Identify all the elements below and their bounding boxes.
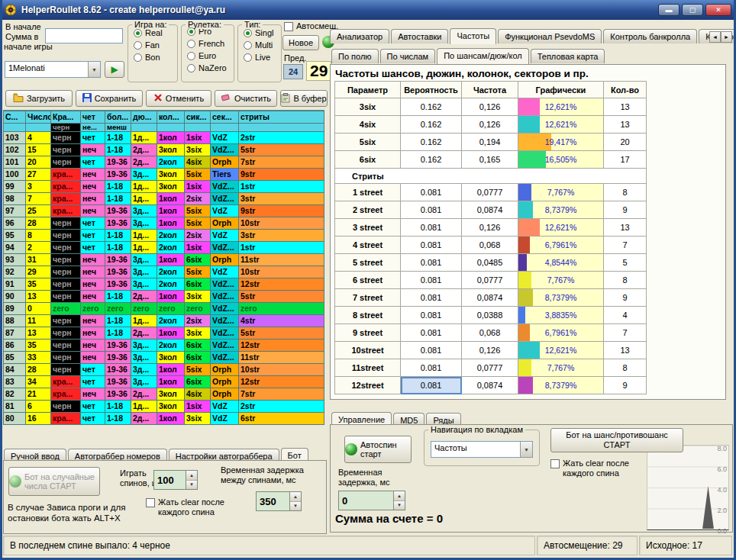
titlebar[interactable]: HelperRoullet 8.62 - create helperroulle…	[0, 0, 736, 20]
history-cell[interactable]: 7	[26, 193, 51, 205]
history-cell[interactable]: 84	[4, 364, 26, 376]
history-cell[interactable]: Orph	[211, 254, 239, 266]
freq-frequency-cell[interactable]: 0,126	[462, 219, 518, 237]
freq-count-cell[interactable]: 9	[604, 377, 647, 394]
history-cell[interactable]: неч	[81, 388, 105, 401]
history-cell[interactable]: Orph	[211, 217, 239, 230]
history-cell[interactable]: черн	[51, 315, 81, 327]
history-cell[interactable]: 1-18	[105, 291, 131, 303]
main-tab-2[interactable]: Частоты	[450, 28, 496, 44]
freq-bar-cell[interactable]: 12,621%	[518, 116, 604, 134]
history-cell[interactable]: 3д...	[131, 169, 157, 181]
history-cell[interactable]: 86	[4, 340, 26, 352]
history-cell[interactable]: 25	[26, 205, 51, 217]
tabs-scroll-right-button[interactable]: ►	[721, 31, 732, 43]
history-cell[interactable]: 4six	[185, 388, 211, 401]
history-cell[interactable]: 3д...	[131, 352, 157, 364]
history-cell[interactable]: 3кол	[157, 352, 185, 364]
history-cell[interactable]: 93	[4, 254, 26, 266]
close-button[interactable]: ✕	[705, 4, 731, 16]
history-cell[interactable]: черн	[51, 254, 81, 266]
control-delay-stepper[interactable]: ▲▼	[338, 491, 405, 510]
history-cell[interactable]: 1д...	[131, 193, 157, 205]
history-cell[interactable]: 3кол	[157, 401, 185, 413]
history-cell[interactable]: 19-36	[105, 278, 131, 291]
history-cell[interactable]: черн	[51, 327, 81, 340]
history-cell[interactable]: 89	[4, 303, 26, 315]
history-cell[interactable]: 5str	[239, 144, 324, 156]
history-cell[interactable]: чет	[81, 364, 105, 376]
freq-count-cell[interactable]: 13	[604, 342, 647, 359]
history-cell[interactable]: 1кол	[157, 132, 185, 144]
freq-count-cell[interactable]: 4	[604, 307, 647, 324]
history-cell[interactable]: VdZ	[211, 413, 239, 425]
history-cell[interactable]: 34	[26, 376, 51, 388]
history-cell[interactable]: 7str	[239, 156, 324, 169]
freq-param-cell[interactable]: 9 street	[335, 324, 401, 342]
history-cell[interactable]: кра...	[51, 169, 81, 181]
history-cell[interactable]: 3кол	[157, 388, 185, 401]
freq-bar-cell[interactable]: 6,7961%	[518, 324, 604, 342]
history-cell[interactable]: 19-36	[105, 266, 131, 278]
history-cell[interactable]: VdZ	[211, 132, 239, 144]
history-cell[interactable]: 80	[4, 413, 26, 425]
save-button[interactable]: Сохранить	[76, 90, 143, 107]
history-cell[interactable]: 2кол	[157, 242, 185, 254]
history-cell[interactable]: неч	[81, 315, 105, 327]
history-cell[interactable]: неч	[81, 205, 105, 217]
history-cell[interactable]: 0	[26, 303, 51, 315]
history-cell[interactable]: чет	[81, 217, 105, 230]
history-cell[interactable]: черн	[51, 242, 81, 254]
history-cell[interactable]: 2д...	[131, 156, 157, 169]
history-cell[interactable]: Tiers	[211, 169, 239, 181]
preset-combobox[interactable]: 1Melonati ▼	[5, 61, 101, 78]
history-cell[interactable]: 2str	[239, 401, 324, 413]
history-cell[interactable]: zero	[51, 303, 81, 315]
history-cell[interactable]: 1six	[185, 401, 211, 413]
history-cell[interactable]: кра...	[51, 181, 81, 193]
type-radio-multi[interactable]: Multi	[244, 40, 281, 50]
history-cell[interactable]: 3д...	[131, 376, 157, 388]
history-cell[interactable]: 19-36	[105, 364, 131, 376]
freq-bar-cell[interactable]: 8,7379%	[518, 201, 604, 219]
freq-bar-cell[interactable]: 7,767%	[518, 359, 604, 377]
bot-delay-stepper-value[interactable]	[257, 492, 289, 510]
history-cell[interactable]: 28	[26, 217, 51, 230]
history-cell[interactable]: 6six	[185, 340, 211, 352]
history-cell[interactable]: 1кол	[157, 193, 185, 205]
history-cell[interactable]: 94	[4, 242, 26, 254]
main-tab-1[interactable]: Автоставки	[391, 29, 448, 43]
freq-bar-cell[interactable]: 8,7379%	[518, 289, 604, 307]
freq-frequency-cell[interactable]: 0,068	[462, 237, 518, 254]
freq-count-cell[interactable]: 5	[604, 254, 647, 272]
freq-frequency-cell[interactable]: 0,194	[462, 134, 518, 151]
stepper-up-icon[interactable]: ▲	[186, 471, 197, 481]
history-cell[interactable]: 1кол	[157, 205, 185, 217]
history-cell[interactable]: 2д...	[131, 144, 157, 156]
history-cell[interactable]: 4	[26, 132, 51, 144]
history-cell[interactable]: 9str	[239, 205, 324, 217]
history-cell[interactable]: VdZ	[211, 205, 239, 217]
history-cell[interactable]: 1-18	[105, 242, 131, 254]
history-cell[interactable]: черн	[51, 291, 81, 303]
history-cell[interactable]: 6	[26, 401, 51, 413]
freq-param-cell[interactable]: 2 street	[335, 201, 401, 219]
history-cell[interactable]: 3six	[185, 413, 211, 425]
history-cell[interactable]: 1str	[239, 181, 324, 193]
history-cell[interactable]: 2six	[185, 230, 211, 242]
history-cell[interactable]: 1six	[185, 132, 211, 144]
freq-probability-cell[interactable]: 0.081	[401, 307, 462, 324]
freq-probability-cell[interactable]: 0.162	[401, 151, 462, 169]
history-cell[interactable]: 1кол	[157, 364, 185, 376]
freq-param-cell[interactable]: 10street	[335, 342, 401, 359]
history-cell[interactable]: zero	[185, 303, 211, 315]
history-cell[interactable]: 97	[4, 205, 26, 217]
history-cell[interactable]: 1кол	[157, 291, 185, 303]
freq-param-cell[interactable]: 4six	[335, 116, 401, 134]
history-cell[interactable]: zero	[239, 303, 324, 315]
roulette-radio-french[interactable]: French	[187, 39, 234, 48]
history-cell[interactable]: 2д...	[131, 388, 157, 401]
chevron-down-icon[interactable]: ▼	[520, 442, 532, 457]
history-cell[interactable]: черн	[51, 132, 81, 144]
freq-count-cell[interactable]: 7	[604, 324, 647, 342]
